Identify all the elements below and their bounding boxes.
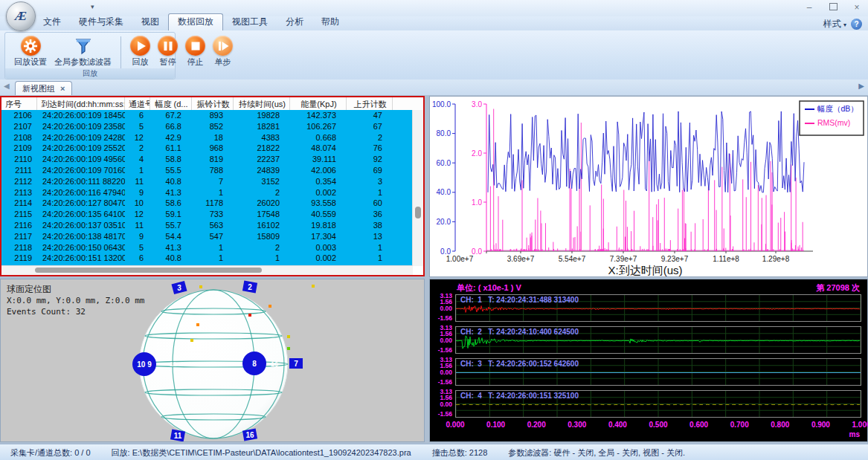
app-logo-button[interactable]: Æ <box>6 1 36 31</box>
sensor-marker[interactable]: 3 <box>171 281 187 294</box>
close-button[interactable]: × <box>850 1 864 14</box>
table-row[interactable]: 211524:20:26:00:135 6410001259.173317548… <box>1 209 413 220</box>
cell: 15809 <box>234 231 290 242</box>
column-header-2[interactable]: 通道号 <box>125 97 150 110</box>
gear-icon <box>21 36 41 56</box>
waveform-channel-2[interactable]: CH: 2 T: 24:20:24:10:400 624500 <box>455 326 861 354</box>
cell: 24:20:26:00:109 701600 <box>37 165 125 176</box>
cell: 40.8 <box>150 253 192 264</box>
menu-item-6[interactable]: 帮助 <box>312 14 348 30</box>
cell: 24839 <box>234 165 290 176</box>
sensor-marker[interactable]: 10 9 <box>132 352 156 376</box>
ribbon-button-playback-settings[interactable]: 回放设置 <box>13 35 48 68</box>
hits-table-view[interactable]: 序号到达时间(dd:hh:mm:ss:m...通道号幅度 (d...振铃计数持续… <box>0 96 425 276</box>
cell: 41.3 <box>150 242 192 253</box>
ribbon-button-pause[interactable]: 暂停 <box>156 35 179 68</box>
menu-item-2[interactable]: 视图 <box>132 14 168 30</box>
table-row[interactable]: 210924:20:26:00:109 255200261.1968218224… <box>1 143 413 154</box>
chart-legend: 幅度（dB）RMS(mv) <box>800 101 864 135</box>
amplitude-rms-chart[interactable]: 0.020.040.060.080.0100.00.01.02.03.01.00… <box>429 96 868 277</box>
column-header-6[interactable]: 能量(KpJ) <box>290 97 347 110</box>
table-row[interactable]: 211824:20:26:00:150 064300541.3120.0031 <box>1 242 413 253</box>
table-vertical-scrollbar[interactable] <box>412 110 423 266</box>
ribbon-button-label: 回放 <box>132 56 149 68</box>
table-row[interactable]: 211124:20:26:00:109 701600155.5788248394… <box>1 165 413 176</box>
table-horizontal-scrollbar[interactable] <box>1 265 413 275</box>
svg-text:40.0: 40.0 <box>437 188 451 196</box>
y-axis-label: 0.00 <box>431 337 452 344</box>
maximize-button[interactable] <box>826 1 840 14</box>
cell: 1 <box>192 242 234 253</box>
vertical-scroll-thumb[interactable] <box>415 207 421 218</box>
table-header-row: 序号到达时间(dd:hh:mm:ss:m...通道号幅度 (d...振铃计数持续… <box>1 97 423 111</box>
table-row[interactable]: 211724:20:26:00:138 481700954.4547158091… <box>1 231 413 242</box>
cell: 0.003 <box>290 242 347 253</box>
table-row[interactable]: 211024:20:26:00:109 495600458.8819222373… <box>1 154 413 165</box>
style-button[interactable]: 样式 ▾ <box>823 18 846 30</box>
ribbon-button-play[interactable]: 回放 <box>129 35 152 68</box>
cell: 5 <box>125 121 150 132</box>
waveform-view[interactable]: 单位: ( x10e-1 ) V 第 27098 次 CH: 1 T: 24:2… <box>429 279 868 442</box>
svg-text:幅度（dB）: 幅度（dB） <box>817 104 858 113</box>
waveform-channel-3[interactable]: CH: 3 T: 24:20:26:00:152 642600 <box>455 358 861 386</box>
table-row[interactable]: 210824:20:26:00:109 2428001242.91843830.… <box>1 132 413 143</box>
waveform-unit-label: 单位: ( x10e-1 ) V <box>457 282 521 294</box>
cell: 24:20:26:00:109 255200 <box>37 143 125 154</box>
cell: 18 <box>192 132 234 143</box>
menu-item-1[interactable]: 硬件与采集 <box>70 14 132 30</box>
ribbon-button-step[interactable]: 单步 <box>211 35 234 68</box>
ae-event-dot <box>248 314 251 317</box>
column-header-3[interactable]: 幅度 (d... <box>150 97 192 110</box>
table-body[interactable]: 210624:20:26:00:109 184500667.2893198281… <box>1 110 413 266</box>
status-segment-0: 采集卡/通道总数: 0 / 0 <box>0 447 101 459</box>
x-axis-label: 0.200 <box>527 421 546 429</box>
ribbon-button-global-param-filter[interactable]: 全局参数滤波器 <box>53 35 113 68</box>
column-header-1[interactable]: 到达时间(dd:hh:mm:ss:m... <box>37 97 125 110</box>
table-row[interactable]: 211624:20:26:00:137 0351001155.756316102… <box>1 220 413 231</box>
horizontal-scroll-thumb[interactable] <box>35 268 262 273</box>
column-header-4[interactable]: 振铃计数 <box>192 97 234 110</box>
cell: 2111 <box>1 165 37 176</box>
x-axis-label: 0.600 <box>689 421 708 429</box>
ribbon-button-stop[interactable]: 停止 <box>184 35 207 68</box>
table-row[interactable]: 211324:20:26:00:116 479400941.3120.0021 <box>1 187 413 198</box>
menu-item-3[interactable]: 数据回放 <box>168 13 223 30</box>
table-row[interactable]: 210724:20:26:00:109 235800566.8852182811… <box>1 121 413 132</box>
svg-text:11: 11 <box>174 432 182 440</box>
table-row[interactable]: 211924:20:26:00:151 132000640.8110.0021 <box>1 253 413 264</box>
cell: 1 <box>192 187 234 198</box>
cell: 2110 <box>1 154 37 165</box>
pause-icon <box>158 36 178 56</box>
waveform-channel-1[interactable]: CH: 1 T: 24:20:24:31:488 313400 <box>455 294 861 322</box>
menu-item-0[interactable]: 文件 <box>34 14 70 30</box>
cell: 2109 <box>1 143 37 154</box>
cell: 2 <box>125 143 150 154</box>
table-row[interactable]: 211424:20:26:00:127 8047001058.611782602… <box>1 198 413 209</box>
table-row[interactable]: 210624:20:26:00:109 184500667.2893198281… <box>1 110 413 121</box>
cell: 2113 <box>1 187 37 198</box>
menu-item-4[interactable]: 视图工具 <box>223 14 277 30</box>
view-tab[interactable]: 新视图组 × <box>15 81 72 95</box>
svg-text:100.0: 100.0 <box>432 100 451 108</box>
x-axis-label: 0.800 <box>771 421 789 429</box>
sensor-marker[interactable]: 2 <box>242 281 257 294</box>
svg-text:9.23e+7: 9.23e+7 <box>661 255 689 263</box>
menu-item-5[interactable]: 分析 <box>277 14 312 30</box>
cell: 17.304 <box>290 231 347 242</box>
tab-close-icon[interactable]: × <box>60 84 65 93</box>
quick-access-dropdown-icon[interactable]: ▾ <box>91 3 94 10</box>
sphere-location-view[interactable]: 球面定位图 X:0.0 mm, Y:0.0 mm, Z:0.0 mm Event… <box>0 279 425 442</box>
sensor-marker[interactable]: 8 <box>242 352 266 375</box>
minimize-button[interactable]: – <box>803 1 816 14</box>
tab-scroll-right-icon[interactable]: ▶ <box>858 82 864 90</box>
column-header-7[interactable]: 上升计数 <box>347 97 393 110</box>
waveform-channel-4[interactable]: CH: 4 T: 24:20:26:00:151 325100 <box>455 390 861 418</box>
column-header-5[interactable]: 持续时间(us) <box>234 97 290 110</box>
sensor-marker[interactable]: 7 <box>289 358 303 369</box>
help-icon[interactable]: ? <box>851 19 862 30</box>
tab-scroll-left-icon[interactable]: ◀ <box>4 82 10 90</box>
table-row[interactable]: 211224:20:26:00:111 8822001140.8731520.3… <box>1 176 413 187</box>
ae-event-dot <box>287 335 290 338</box>
column-header-0[interactable]: 序号 <box>1 97 37 110</box>
cell: 142.373 <box>290 110 347 121</box>
